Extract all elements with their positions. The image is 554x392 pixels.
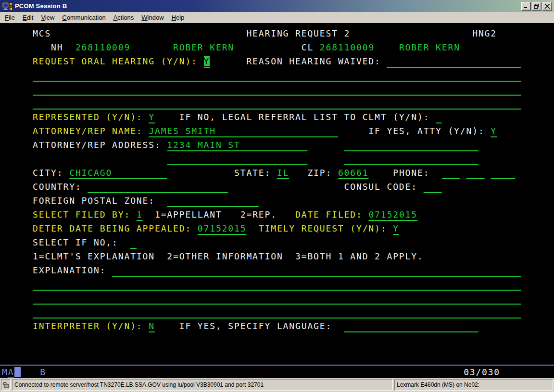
menu-item-file[interactable]: File xyxy=(1,12,19,23)
connection-status: Connected to remote server/host TN3270E.… xyxy=(12,379,393,391)
attorney-address-line3-field[interactable] xyxy=(167,154,307,164)
select-if-no-field[interactable] xyxy=(130,237,137,247)
menu-item-communication[interactable]: Communication xyxy=(58,12,109,23)
terminal-label: ZIP: xyxy=(307,168,332,178)
terminal-label xyxy=(155,321,179,331)
terminal-label xyxy=(228,182,344,192)
state-field[interactable]: IL xyxy=(277,168,289,178)
city-field[interactable]: CHICAGO xyxy=(69,168,167,178)
terminal-label: ATTORNEY/REP ADDRESS: xyxy=(33,140,161,150)
printer-status: Lexmark E460dn (MS) on Ne02: xyxy=(394,379,553,391)
terminal-label: CL xyxy=(302,42,314,52)
phone-area-field[interactable] xyxy=(442,168,460,178)
menu-item-view[interactable]: View xyxy=(37,12,58,23)
timely-request-field[interactable]: Y xyxy=(393,223,399,233)
attorney-address-line4-field[interactable] xyxy=(344,154,478,164)
terminal-label: SELECT IF NO,: xyxy=(33,237,118,247)
terminal-label xyxy=(485,168,491,178)
terminal-label xyxy=(222,209,240,220)
minimize-button[interactable] xyxy=(521,2,531,11)
language-field[interactable] xyxy=(344,321,478,331)
attorney-name-field[interactable]: JAMES SMITH xyxy=(149,126,338,136)
terminal-label xyxy=(350,28,472,38)
date-filed-field[interactable]: 07152015 xyxy=(368,209,417,220)
terminal-row: INTERPRETER (Y/N): N IF YES, SPECIFY LAN… xyxy=(33,319,554,333)
foreign-postal-zone-field[interactable] xyxy=(167,196,258,206)
reason-line-3-field[interactable] xyxy=(33,84,521,94)
terminal-label: IF YES, SPECIFY LANGUAGE: xyxy=(179,321,332,331)
attorney-address-line1-field[interactable]: 1234 MAIN ST xyxy=(167,140,307,150)
menu-item-window[interactable]: Window xyxy=(138,12,167,23)
represented-field[interactable]: Y xyxy=(149,112,155,122)
connection-status-text: Connected to remote server/host TN3270E.… xyxy=(14,381,264,388)
explanation-line-4-field[interactable] xyxy=(33,307,521,317)
terminal-row: NH 268110009 ROBER KERN CL 268110009 ROB… xyxy=(33,40,554,54)
terminal-row: REPRESENTED (Y/N): Y IF NO, LEGAL REFERR… xyxy=(33,110,554,124)
terminal-row: EXPLANATION: xyxy=(33,263,554,277)
terminal-label xyxy=(82,182,88,192)
terminal-row xyxy=(33,333,554,347)
terminal-row: SELECT IF NO,: xyxy=(33,235,554,249)
terminal-label: DATE FILED: xyxy=(295,209,363,220)
close-button[interactable] xyxy=(542,2,552,11)
filed-by-field[interactable]: 1 xyxy=(137,209,143,220)
oia-cursor-position: 03/030 xyxy=(464,367,500,377)
deter-date-field[interactable]: 07152015 xyxy=(198,223,247,233)
menu-item-help[interactable]: Help xyxy=(168,12,189,23)
zip-field[interactable]: 60661 xyxy=(338,168,369,178)
terminal-row xyxy=(33,305,554,319)
terminal-label xyxy=(118,237,130,247)
terminal-label xyxy=(332,321,344,331)
menu-item-actions[interactable]: Actions xyxy=(110,12,138,23)
reason-line-4-field[interactable] xyxy=(33,98,521,108)
terminal-label: ATTORNEY/REP NAME: xyxy=(33,126,143,136)
terminal-label xyxy=(234,42,302,52)
oia-system-indicator: MA xyxy=(2,367,14,377)
terminal-label xyxy=(130,42,173,52)
terminal-label: NH xyxy=(51,42,63,52)
explanation-field[interactable] xyxy=(112,265,521,275)
terminal-label xyxy=(130,209,137,220)
title-bar: PCOM Session B xyxy=(0,0,554,12)
interpreter-field[interactable]: N xyxy=(149,321,155,331)
terminal-label xyxy=(33,42,51,52)
terminal-label xyxy=(106,265,112,275)
menu-bar: FileEditViewCommunicationActionsWindowHe… xyxy=(0,12,554,23)
terminal-label xyxy=(307,140,344,150)
terminal-label: IF NO, LEGAL REFERRAL LIST TO CLMT (Y/N)… xyxy=(179,112,430,122)
terminal-label: CITY: xyxy=(33,168,63,178)
consul-code-field[interactable] xyxy=(424,182,442,192)
request-oral-hearing-field[interactable]: Y xyxy=(204,56,210,66)
atty-field[interactable]: Y xyxy=(491,126,497,136)
terminal-label: INTERPRETER (Y/N): xyxy=(33,321,143,331)
reason-line-2-field[interactable] xyxy=(33,70,521,80)
terminal-label xyxy=(338,126,369,136)
terminal-label: 2=OTHER INFORMATION xyxy=(167,251,283,261)
terminal-label: 1=APPELLANT xyxy=(155,209,222,220)
terminal-label xyxy=(33,154,167,164)
explanation-line-2-field[interactable] xyxy=(33,279,521,289)
country-field[interactable] xyxy=(88,182,228,192)
printer-status-text: Lexmark E460dn (MS) on Ne02: xyxy=(397,381,479,388)
restore-button[interactable] xyxy=(532,2,541,11)
phone-line-field[interactable] xyxy=(491,168,515,178)
terminal-emulator: MCS HEARING REQUEST 2 HNG2 NH 268110009 … xyxy=(0,23,554,378)
terminal-row: DETER DATE BEING APPEALED: 07152015 TIME… xyxy=(33,221,554,235)
terminal-label xyxy=(143,112,149,122)
cl-name: ROBER KERN xyxy=(399,42,460,52)
legal-referral-field[interactable] xyxy=(436,112,442,122)
menu-item-edit[interactable]: Edit xyxy=(19,12,37,23)
explanation-line-3-field[interactable] xyxy=(33,293,521,303)
terminal-label xyxy=(167,168,234,178)
terminal-label xyxy=(283,251,295,261)
oia-status-row: MA B 03/030 xyxy=(0,365,554,378)
phone-prefix-field[interactable] xyxy=(466,168,485,178)
terminal-label xyxy=(332,168,338,178)
terminal-row xyxy=(33,291,554,305)
attorney-address-line2-field[interactable] xyxy=(344,140,478,150)
screen-title: HEARING REQUEST 2 xyxy=(246,28,350,38)
terminal-label xyxy=(417,182,424,192)
reason-hearing-waived-field[interactable] xyxy=(387,56,521,66)
terminal-row xyxy=(33,82,554,96)
terminal-label xyxy=(375,42,399,52)
